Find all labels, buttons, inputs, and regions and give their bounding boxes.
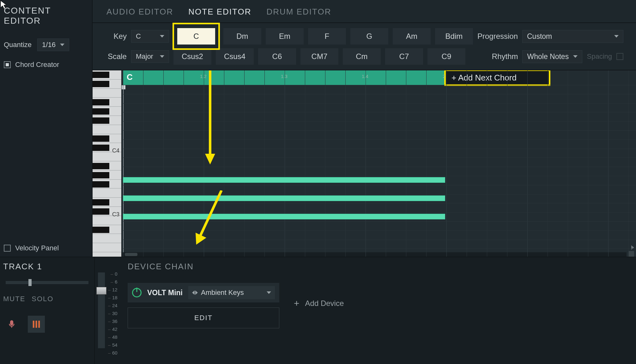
svg-rect-5	[36, 321, 37, 328]
chevron-down-icon	[60, 44, 64, 46]
record-arm-icon[interactable]	[3, 316, 20, 333]
key-select[interactable]: C	[131, 30, 169, 43]
scale-value: Major	[136, 52, 153, 61]
chord-button-f[interactable]: F	[308, 28, 346, 45]
chord-creator-bar: Key C CDmEmFGAmBdim Progression Custom	[93, 23, 636, 70]
chevron-down-icon	[160, 55, 164, 58]
track-panel: TRACK 1 MUTE SOLO	[0, 257, 95, 364]
chord-button-cm7[interactable]: CM7	[300, 48, 338, 65]
horizontal-scrollbar[interactable]	[122, 252, 627, 257]
mouse-cursor-icon	[0, 0, 8, 9]
content-editor-title: CONTENT EDITOR	[4, 6, 88, 26]
scale-select[interactable]: Major	[131, 50, 169, 63]
spacing-label: Spacing	[587, 52, 612, 61]
pan-slider[interactable]	[6, 281, 88, 284]
add-device-label: Add Device	[305, 299, 344, 308]
chord-button-dm[interactable]: Dm	[223, 28, 261, 45]
quantize-label: Quantize	[4, 41, 32, 49]
fader-knob[interactable]	[96, 287, 106, 295]
add-next-chord-button[interactable]: + Add Next Chord	[445, 70, 549, 85]
preset-name: Ambient Keys	[201, 289, 244, 297]
key-label: Key	[105, 32, 127, 41]
checkbox-off-icon	[4, 245, 11, 252]
db-scale: 06121824303642485460	[108, 270, 118, 357]
midi-note[interactable]	[123, 177, 445, 183]
chevron-down-icon	[573, 55, 578, 58]
chord-button-bdim[interactable]: Bdim	[435, 28, 473, 45]
svg-rect-4	[33, 321, 34, 328]
rhythm-select[interactable]: Whole Notes	[522, 50, 582, 63]
chord-button-c6[interactable]: C6	[258, 48, 296, 65]
chevron-down-icon	[614, 35, 619, 38]
chord-button-cm[interactable]: Cm	[343, 48, 381, 65]
velocity-panel-label: Velocity Panel	[15, 244, 59, 252]
tab-note-editor[interactable]: NOTE EDITOR	[187, 4, 252, 19]
svg-marker-3	[196, 233, 206, 245]
progression-label: Progression	[477, 32, 518, 41]
chevron-down-icon	[160, 35, 164, 38]
device-chain-title: DEVICE CHAIN	[128, 262, 630, 272]
chord-creator-toggle[interactable]: Chord Creator	[4, 61, 88, 69]
scale-label: Scale	[105, 52, 127, 61]
loop-marker[interactable]	[122, 85, 125, 89]
scrollbar-thumb[interactable]	[125, 253, 137, 256]
chord-button-g[interactable]: G	[350, 28, 388, 45]
device-slot-volt-mini: VOLT Mini Ambient Keys EDIT	[128, 283, 279, 328]
key-value: C	[136, 32, 141, 40]
chevron-down-icon	[267, 291, 271, 294]
volume-fader[interactable]	[98, 272, 105, 348]
note-grid[interactable]: C + Add Next Chord	[122, 70, 636, 257]
highlight-selected-chord: C	[173, 24, 219, 49]
volume-meter: 06121824303642485460	[95, 257, 121, 364]
midi-note[interactable]	[123, 214, 445, 219]
progression-value: Custom	[527, 32, 552, 41]
add-device-button[interactable]: + Add Device	[294, 298, 344, 309]
velocity-panel-toggle[interactable]: Velocity Panel	[4, 244, 59, 252]
power-icon[interactable]	[132, 288, 142, 297]
chord-button-c9[interactable]: C9	[427, 48, 465, 65]
svg-marker-7	[1, 1, 6, 9]
piano-roll[interactable]: C4C3 C + Add Next Chord	[93, 70, 636, 257]
chord-button-csus2[interactable]: Csus2	[173, 48, 211, 65]
device-chain-panel: DEVICE CHAIN VOLT Mini Ambient Keys EDIT	[121, 257, 636, 364]
editor-tabs: AUDIO EDITOR NOTE EDITOR DRUM EDITOR	[93, 0, 636, 23]
solo-button[interactable]: SOLO	[32, 295, 53, 303]
track-title: TRACK 1	[3, 262, 91, 272]
preset-prev-next-icon[interactable]	[192, 290, 198, 295]
progression-select[interactable]: Custom	[522, 30, 623, 43]
edit-label: EDIT	[194, 314, 213, 322]
device-edit-button[interactable]: EDIT	[128, 307, 279, 328]
chord-button-c[interactable]: C	[177, 28, 215, 45]
midi-note[interactable]	[123, 195, 445, 201]
device-name: VOLT Mini	[147, 289, 183, 297]
chord-button-csus4[interactable]: Csus4	[216, 48, 254, 65]
rhythm-label: Rhythm	[492, 52, 518, 61]
slider-thumb[interactable]	[28, 279, 32, 286]
chord-creator-label: Chord Creator	[15, 61, 59, 69]
tab-drum-editor[interactable]: DRUM EDITOR	[265, 4, 332, 19]
tab-audio-editor[interactable]: AUDIO EDITOR	[105, 4, 174, 19]
chord-button-em[interactable]: Em	[266, 28, 304, 45]
checkbox-on-icon	[4, 61, 11, 68]
midi-input-icon[interactable]	[28, 316, 45, 333]
content-editor-sidebar: CONTENT EDITOR Quantize 1/16 Chord Creat…	[0, 0, 93, 257]
quantize-value: 1/16	[42, 41, 56, 49]
chord-button-am[interactable]: Am	[393, 28, 431, 45]
quantize-select[interactable]: 1/16	[37, 39, 69, 51]
preset-selector[interactable]: Ambient Keys	[188, 286, 275, 299]
rhythm-value: Whole Notes	[527, 52, 569, 61]
chord-region-label: C	[127, 72, 133, 82]
plus-icon: +	[294, 298, 300, 309]
chord-button-c7[interactable]: C7	[385, 48, 423, 65]
scroll-right-icon[interactable]	[631, 245, 634, 250]
piano-keys[interactable]: C4C3	[93, 70, 122, 257]
svg-marker-1	[205, 154, 215, 164]
mute-button[interactable]: MUTE	[3, 295, 25, 303]
scroll-corner	[628, 251, 634, 257]
spacing-checkbox[interactable]	[616, 53, 623, 60]
svg-rect-6	[38, 321, 40, 328]
